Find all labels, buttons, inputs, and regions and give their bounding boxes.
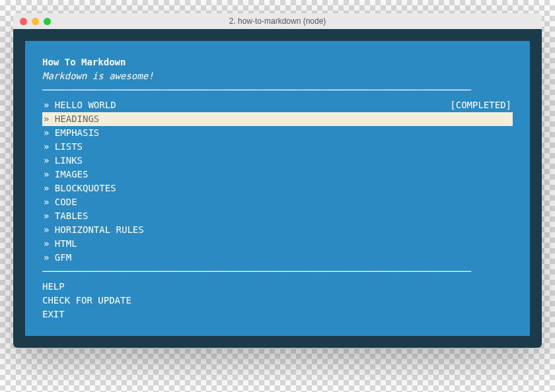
menu-item-label: HORIZONTAL RULES — [44, 223, 144, 237]
minimize-icon[interactable] — [32, 18, 39, 25]
menu-item-images[interactable]: IMAGES — [42, 168, 513, 181]
window-title: 2. how-to-markdown (node) — [13, 16, 542, 26]
menu-item-label: GFM — [44, 251, 71, 265]
menu-item-html[interactable]: HTML — [42, 237, 513, 251]
menu-item-label: HEADINGS — [44, 112, 99, 126]
menu-item-label: HTML — [44, 237, 77, 251]
menu-item-label: HELLO WORLD — [44, 98, 116, 112]
lesson-menu: HELLO WORLD [COMPLETED] HEADINGS EMPHASI… — [42, 98, 513, 265]
page-title: How To Markdown — [42, 55, 513, 69]
action-help[interactable]: HELP — [42, 280, 513, 294]
menu-item-horizontal-rules[interactable]: HORIZONTAL RULES — [42, 223, 513, 237]
menu-item-blockquotes[interactable]: BLOCKQUOTES — [42, 181, 513, 195]
page-subtitle: Markdown is awesome! — [42, 69, 513, 83]
action-menu: HELP CHECK FOR UPDATE EXIT — [42, 280, 513, 321]
zoom-icon[interactable] — [44, 18, 51, 25]
menu-item-label: IMAGES — [44, 168, 88, 181]
menu-item-headings[interactable]: HEADINGS — [42, 112, 513, 126]
menu-item-lists[interactable]: LISTS — [42, 140, 513, 154]
action-exit[interactable]: EXIT — [42, 308, 513, 321]
menu-item-label: CODE — [44, 195, 77, 209]
menu-item-label: LINKS — [44, 154, 83, 168]
status-badge: [COMPLETED] — [450, 98, 511, 112]
menu-item-code[interactable]: CODE — [42, 195, 513, 209]
terminal: How To Markdown Markdown is awesome! ───… — [13, 29, 542, 348]
titlebar: 2. how-to-markdown (node) — [13, 13, 542, 29]
close-icon[interactable] — [20, 18, 27, 25]
action-update[interactable]: CHECK FOR UPDATE — [42, 294, 513, 308]
menu-item-label: TABLES — [44, 209, 88, 223]
app-window: 2. how-to-markdown (node) How To Markdow… — [13, 13, 542, 348]
menu-item-label: BLOCKQUOTES — [44, 181, 116, 195]
menu-item-label: EMPHASIS — [44, 126, 99, 140]
divider: ────────────────────────────────────────… — [42, 83, 513, 97]
menu-item-emphasis[interactable]: EMPHASIS — [42, 126, 513, 140]
menu-item-links[interactable]: LINKS — [42, 154, 513, 168]
menu-item-tables[interactable]: TABLES — [42, 209, 513, 223]
window-controls — [20, 18, 51, 25]
screen: How To Markdown Markdown is awesome! ───… — [25, 41, 530, 336]
divider: ────────────────────────────────────────… — [42, 265, 513, 278]
menu-item-hello-world[interactable]: HELLO WORLD [COMPLETED] — [42, 98, 513, 112]
menu-item-gfm[interactable]: GFM — [42, 251, 513, 265]
menu-item-label: LISTS — [44, 140, 83, 154]
